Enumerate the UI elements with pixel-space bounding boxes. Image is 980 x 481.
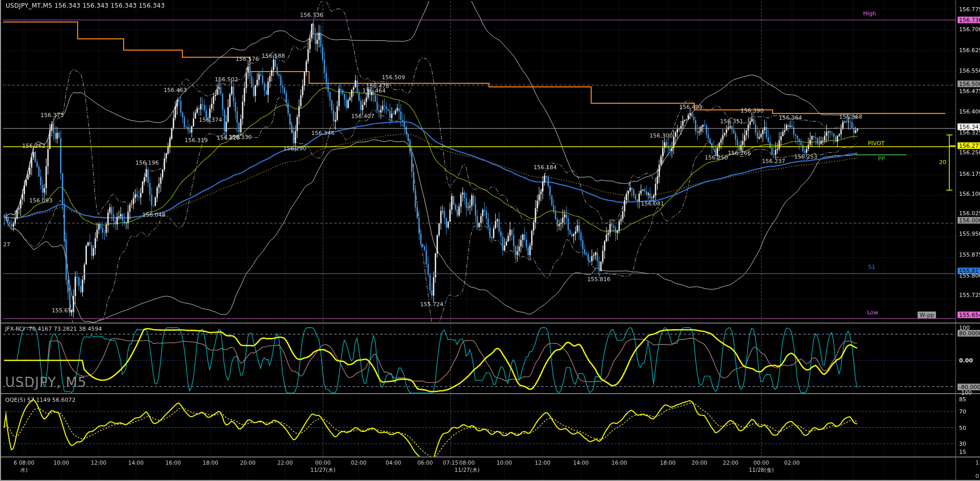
price-axis-border (955, 0, 956, 480)
pane-separator-rci-qqe[interactable] (1, 393, 980, 394)
chart-canvas[interactable] (1, 0, 980, 481)
symbol-watermark: USDJPY, M5 (5, 375, 87, 390)
ohlc-title: USDJPY_MT,M5 156.343 156.343 156.343 156… (6, 2, 165, 9)
rci-header: JFX-RCI -70.4167 73.2821 38.4594 (5, 326, 102, 332)
pane-separator-qqe-time (1, 456, 980, 457)
qqe-header: QQE(5) 57.1149 56.6072 (5, 397, 76, 403)
chart-window: USDJPY_MT,M5 156.343 156.343 156.343 156… (0, 0, 980, 481)
pane-separator-main-rci[interactable] (1, 323, 980, 324)
